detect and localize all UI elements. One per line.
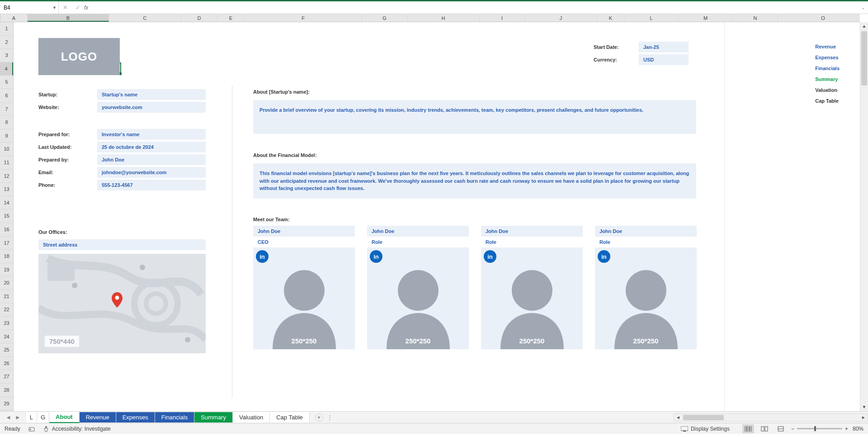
row-header-24[interactable]: 24: [0, 330, 13, 344]
row-header-28[interactable]: 28: [0, 384, 13, 397]
sheet-tab-valuation[interactable]: Valuation: [233, 412, 270, 423]
row-header-17[interactable]: 17: [0, 237, 13, 250]
linkedin-icon[interactable]: in: [256, 250, 269, 263]
name-box-dropdown-icon[interactable]: ▼: [52, 5, 57, 10]
about-model-text[interactable]: This financial model envisions [startup'…: [253, 163, 696, 199]
col-header-L[interactable]: L: [624, 14, 679, 22]
row-header-6[interactable]: 6: [0, 89, 13, 103]
nav-link-summary[interactable]: Summary: [815, 76, 840, 82]
view-page-layout-button[interactable]: [759, 424, 770, 433]
detail-value[interactable]: Investor's name: [97, 129, 206, 140]
row-header-13[interactable]: 13: [0, 183, 13, 196]
vertical-scrollbar[interactable]: ▲ ▼: [860, 22, 868, 411]
col-header-J[interactable]: J: [525, 14, 597, 22]
col-header-C[interactable]: C: [109, 14, 181, 22]
scroll-right-icon[interactable]: ►: [859, 415, 868, 420]
sheet-tab-g[interactable]: G: [37, 412, 49, 423]
detail-value[interactable]: johndoe@yourwebsite.com: [97, 167, 206, 178]
col-header-N[interactable]: N: [733, 14, 778, 22]
col-header-I[interactable]: I: [480, 14, 525, 22]
sheet-tab-cap-table[interactable]: Cap Table: [270, 412, 309, 423]
team-name[interactable]: John Doe: [481, 226, 583, 237]
confirm-icon[interactable]: ✓: [71, 4, 84, 11]
team-role[interactable]: CEO: [253, 237, 355, 247]
sheet-tab-summary[interactable]: Summary: [194, 412, 233, 423]
map-placeholder[interactable]: 750*440: [38, 254, 206, 353]
row-header-14[interactable]: 14: [0, 196, 13, 210]
team-name[interactable]: John Doe: [367, 226, 469, 237]
view-page-break-button[interactable]: [775, 424, 787, 433]
col-header-F[interactable]: F: [245, 14, 362, 22]
row-header-2[interactable]: 2: [0, 36, 13, 49]
detail-value[interactable]: yourwebsite.com: [97, 102, 206, 113]
team-photo-placeholder[interactable]: in250*250: [253, 247, 355, 349]
macro-record-icon[interactable]: [28, 426, 35, 432]
nav-link-financials[interactable]: Financials: [815, 66, 840, 71]
team-role[interactable]: Role: [595, 237, 697, 247]
row-header-23[interactable]: 23: [0, 317, 13, 330]
row-header-22[interactable]: 22: [0, 303, 13, 317]
add-sheet-button[interactable]: +: [315, 413, 323, 422]
name-box[interactable]: ▼: [0, 1, 59, 14]
sheet-tab-l[interactable]: L: [26, 412, 37, 423]
row-header-4[interactable]: 4: [0, 62, 13, 76]
row-headers[interactable]: 1234567891011121314151617181920212223242…: [0, 22, 14, 411]
name-box-input[interactable]: [4, 5, 44, 11]
zoom-slider[interactable]: − +: [791, 426, 848, 432]
team-photo-placeholder[interactable]: in250*250: [595, 247, 697, 349]
display-settings-button[interactable]: Display Settings: [681, 426, 730, 432]
view-normal-button[interactable]: [742, 424, 754, 433]
row-header-20[interactable]: 20: [0, 276, 13, 290]
zoom-level[interactable]: 80%: [853, 426, 863, 432]
offices-address[interactable]: Street address: [38, 239, 206, 250]
row-header-5[interactable]: 5: [0, 76, 13, 89]
vertical-scroll-thumb[interactable]: [861, 31, 867, 86]
team-photo-placeholder[interactable]: in250*250: [367, 247, 469, 349]
row-header-7[interactable]: 7: [0, 103, 13, 116]
team-name[interactable]: John Doe: [253, 226, 355, 237]
tab-prev-icon[interactable]: ◄: [5, 414, 11, 421]
sheet-tab-expenses[interactable]: Expenses: [116, 412, 155, 423]
formula-expand-icon[interactable]: ⌄: [862, 5, 865, 10]
col-header-H[interactable]: H: [407, 14, 480, 22]
row-header-29[interactable]: 29: [0, 397, 13, 411]
row-header-16[interactable]: 16: [0, 223, 13, 237]
fx-label[interactable]: fx: [84, 5, 88, 11]
team-role[interactable]: Role: [367, 237, 469, 247]
team-photo-placeholder[interactable]: in250*250: [481, 247, 583, 349]
zoom-in-button[interactable]: +: [845, 426, 848, 432]
col-header-D[interactable]: D: [181, 14, 217, 22]
row-header-25[interactable]: 25: [0, 343, 13, 357]
linkedin-icon[interactable]: in: [484, 250, 496, 263]
detail-value[interactable]: John Doe: [97, 154, 206, 165]
sheet-tab-revenue[interactable]: Revenue: [80, 412, 116, 423]
horizontal-scrollbar[interactable]: ◄ ►: [674, 413, 868, 422]
col-header-K[interactable]: K: [597, 14, 624, 22]
scroll-down-icon[interactable]: ▼: [860, 403, 868, 411]
team-role[interactable]: Role: [481, 237, 583, 247]
formula-input[interactable]: [91, 5, 862, 11]
currency-value[interactable]: USD: [639, 54, 689, 65]
row-header-8[interactable]: 8: [0, 116, 13, 129]
col-header-A[interactable]: A: [0, 14, 28, 22]
nav-link-expenses[interactable]: Expenses: [815, 55, 840, 60]
row-header-26[interactable]: 26: [0, 357, 13, 370]
grid-canvas[interactable]: LOGO Start Date: Jan-25 Currency: USD Re…: [14, 22, 860, 411]
spreadsheet-grid[interactable]: ABCDEFGHIJKLMNO 123456789101112131415161…: [0, 14, 868, 411]
accessibility-status[interactable]: Accessibility: Investigate: [43, 426, 111, 432]
row-header-27[interactable]: 27: [0, 370, 13, 384]
nav-link-valuation[interactable]: Valuation: [815, 87, 840, 93]
scroll-up-icon[interactable]: ▲: [860, 22, 868, 30]
row-header-19[interactable]: 19: [0, 263, 13, 277]
detail-value[interactable]: 25 de octubre de 2024: [97, 142, 206, 152]
col-header-B[interactable]: B: [28, 14, 109, 22]
zoom-thumb[interactable]: [814, 426, 816, 431]
row-header-9[interactable]: 9: [0, 129, 13, 143]
horizontal-scroll-thumb[interactable]: [683, 415, 724, 420]
row-header-1[interactable]: 1: [0, 22, 13, 36]
col-header-O[interactable]: O: [778, 14, 868, 22]
row-header-3[interactable]: 3: [0, 49, 13, 62]
sheet-tab-financials[interactable]: Financials: [155, 412, 195, 423]
tab-next-icon[interactable]: ►: [15, 414, 21, 421]
tab-nav-arrows[interactable]: ◄ ►: [0, 414, 26, 421]
